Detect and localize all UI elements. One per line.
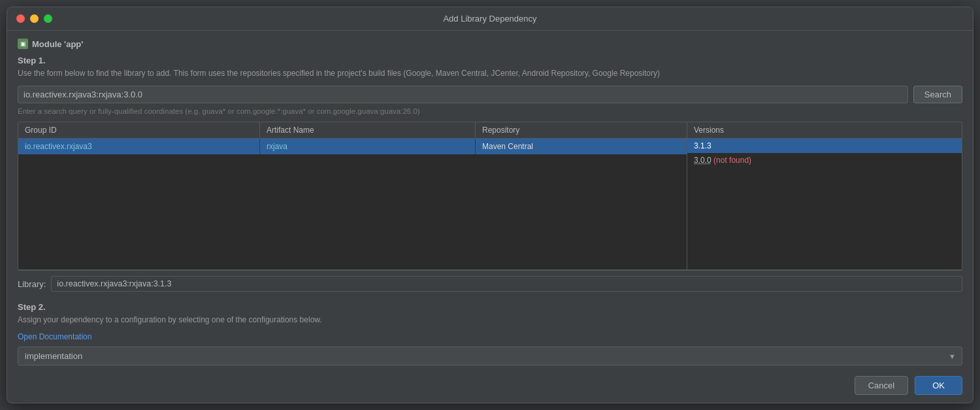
col-group-id: Group ID (18, 122, 260, 138)
cell-repository: Maven Central (476, 139, 687, 154)
module-header: ▣ Module 'app' (18, 39, 962, 49)
search-row: Search (18, 86, 962, 103)
col-artifact-name: Artifact Name (260, 122, 476, 138)
minimize-button[interactable] (30, 14, 39, 23)
results-container: Group ID Artifact Name Repository io.rea… (18, 122, 962, 270)
search-input[interactable] (18, 86, 908, 103)
step1-label: Step 1. (18, 56, 962, 65)
step1-description: Use the form below to find the library t… (18, 68, 962, 79)
search-hint: Enter a search query or fully-qualified … (18, 107, 962, 115)
dialog-title: Add Library Dependency (443, 14, 536, 24)
add-library-dialog: Add Library Dependency ▣ Module 'app' St… (7, 7, 973, 403)
col-repository: Repository (476, 122, 687, 138)
cancel-button[interactable]: Cancel (855, 376, 908, 395)
module-icon: ▣ (18, 39, 28, 49)
step2-section: Step 2. Assign your dependency to a conf… (18, 297, 962, 373)
versions-body: 3.1.3 3.0.0 (not found) (687, 139, 962, 269)
versions-header: Versions (687, 122, 962, 139)
ok-button[interactable]: OK (915, 376, 962, 395)
title-bar: Add Library Dependency (7, 7, 973, 31)
table-row[interactable]: io.reactivex.rxjava3 rxjava Maven Centra… (18, 139, 687, 154)
step2-description: Assign your dependency to a configuratio… (18, 315, 962, 326)
table-body: io.reactivex.rxjava3 rxjava Maven Centra… (18, 139, 687, 269)
table-header: Group ID Artifact Name Repository (18, 122, 687, 139)
version-not-found-value: 3.0.0 (694, 156, 711, 165)
results-right: Versions 3.1.3 3.0.0 (not found) (687, 122, 962, 269)
config-select[interactable]: implementation api compileOnly runtimeOn… (18, 347, 962, 366)
cell-group-id: io.reactivex.rxjava3 (18, 139, 260, 154)
open-documentation-link[interactable]: Open Documentation (18, 332, 962, 341)
close-button[interactable] (16, 14, 25, 23)
bottom-buttons: Cancel OK (18, 373, 962, 395)
library-value: io.reactivex.rxjava3:rxjava:3.1.3 (51, 276, 962, 292)
results-left: Group ID Artifact Name Repository io.rea… (18, 122, 687, 269)
step2-label: Step 2. (18, 302, 962, 312)
dialog-content: ▣ Module 'app' Step 1. Use the form belo… (7, 31, 973, 403)
version-item-not-found[interactable]: 3.0.0 (not found) (687, 153, 962, 167)
config-select-wrapper: implementation api compileOnly runtimeOn… (18, 347, 962, 366)
module-label: Module 'app' (32, 39, 83, 49)
maximize-button[interactable] (44, 14, 52, 23)
library-label: Library: (18, 279, 46, 289)
version-not-found-label: (not found) (713, 156, 751, 165)
library-row: Library: io.reactivex.rxjava3:rxjava:3.1… (18, 270, 962, 297)
version-item[interactable]: 3.1.3 (687, 139, 962, 153)
cell-artifact-name: rxjava (260, 139, 476, 154)
traffic-lights (16, 14, 52, 23)
search-button[interactable]: Search (913, 86, 962, 103)
